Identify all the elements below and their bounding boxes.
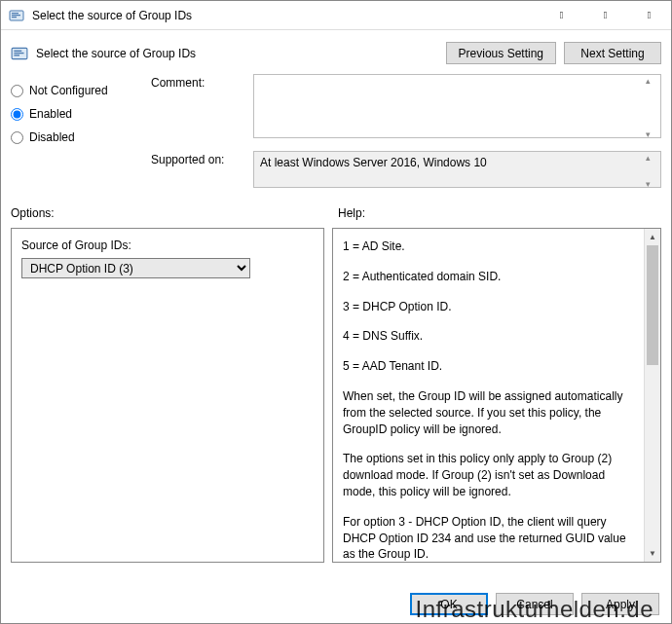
header-row: Select the source of Group IDs Previous … — [1, 30, 671, 74]
policy-title: Select the source of Group IDs — [36, 47, 438, 60]
policy-icon — [9, 8, 24, 23]
help-paragraph: 3 = DHCP Option ID. — [343, 299, 636, 315]
radio-enabled-input[interactable] — [11, 108, 23, 121]
radio-not-configured-input[interactable] — [11, 85, 23, 97]
svg-rect-7 — [14, 55, 19, 55]
help-paragraph: 4 = DNS Suffix. — [343, 328, 636, 345]
source-dropdown[interactable]: DHCP Option ID (3) — [21, 258, 250, 278]
policy-icon — [11, 45, 28, 62]
apply-button[interactable]: Apply — [581, 593, 659, 615]
footer: OK Cancel Apply — [1, 593, 671, 615]
radio-not-configured-label: Not Configured — [29, 84, 108, 97]
source-dropdown-label: Source of Group IDs: — [21, 239, 314, 252]
help-paragraph: 1 = AD Site. — [343, 239, 636, 255]
radio-enabled-label: Enabled — [29, 107, 72, 121]
minimize-button[interactable]:  — [540, 1, 583, 29]
ok-button[interactable]: OK — [410, 593, 488, 615]
help-text: 1 = AD Site.2 = Authenticated domain SID… — [333, 229, 644, 562]
scroll-track[interactable] — [645, 365, 660, 545]
help-paragraph: 2 = Authenticated domain SID. — [343, 269, 636, 285]
help-pane: 1 = AD Site.2 = Authenticated domain SID… — [332, 228, 661, 563]
help-paragraph: 5 = AAD Tenant ID. — [343, 358, 636, 375]
supported-textarea — [253, 151, 661, 188]
titlebar: Select the source of Group IDs    — [1, 1, 671, 30]
comment-label: Comment: — [151, 74, 253, 90]
radio-disabled-label: Disabled — [29, 130, 75, 144]
svg-rect-5 — [14, 50, 21, 51]
scroll-down-icon[interactable]: ▼ — [645, 545, 660, 562]
supported-label: Supported on: — [151, 151, 253, 166]
svg-rect-1 — [12, 13, 19, 14]
radio-disabled[interactable]: Disabled — [11, 130, 137, 144]
previous-setting-button[interactable]: Previous Setting — [446, 42, 556, 64]
comment-textarea[interactable] — [253, 74, 661, 138]
svg-rect-2 — [12, 15, 20, 16]
close-button[interactable]:  — [627, 1, 671, 29]
cancel-button[interactable]: Cancel — [496, 593, 574, 615]
radio-enabled[interactable]: Enabled — [11, 107, 137, 121]
help-paragraph: The options set in this policy only appl… — [343, 451, 636, 499]
help-paragraph: For option 3 - DHCP Option ID, the clien… — [343, 514, 636, 562]
maximize-button[interactable]:  — [583, 1, 627, 29]
scroll-up-icon[interactable]: ▲ — [645, 229, 660, 245]
help-scrollbar[interactable]: ▲ ▼ — [644, 229, 660, 562]
svg-rect-3 — [12, 17, 17, 18]
help-section-label: Help: — [338, 206, 661, 220]
next-setting-button[interactable]: Next Setting — [564, 42, 661, 64]
help-paragraph: When set, the Group ID will be assigned … — [343, 388, 636, 437]
svg-rect-6 — [14, 52, 23, 53]
window-title: Select the source of Group IDs — [30, 9, 540, 22]
options-section-label: Options: — [11, 206, 324, 220]
radio-disabled-input[interactable] — [11, 131, 23, 144]
options-pane: Source of Group IDs: DHCP Option ID (3) — [11, 228, 324, 563]
scroll-thumb[interactable] — [647, 245, 658, 365]
radio-not-configured[interactable]: Not Configured — [11, 84, 137, 97]
